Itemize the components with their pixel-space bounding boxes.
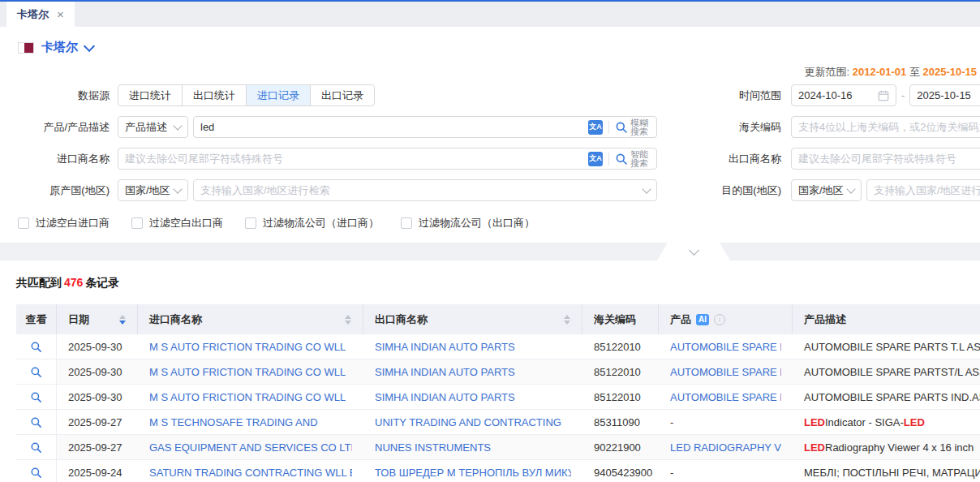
hs-code-cell: 85122010: [582, 334, 659, 359]
importer-link[interactable]: GAS EQUIPMENT AND SERVICES CO LTD: [149, 441, 352, 454]
product-search-input[interactable]: [200, 121, 583, 133]
sort-asc-icon[interactable]: [345, 315, 351, 319]
fuzzy-search-button[interactable]: 模糊搜索: [615, 118, 650, 136]
translate-icon[interactable]: 文A: [588, 120, 603, 135]
update-range-label: 更新范围:: [805, 66, 850, 78]
product-link[interactable]: LED RADIOGRAPHY VI...: [670, 441, 781, 454]
sort-desc-icon[interactable]: [564, 321, 570, 325]
checkbox-label: 过滤物流公司（出口商）: [419, 216, 535, 230]
importer-link[interactable]: M S AUTO FRICTION TRADING CO WLL: [149, 391, 346, 403]
sort-desc-icon[interactable]: [345, 321, 351, 325]
chevron-down-icon: [173, 184, 182, 193]
info-icon[interactable]: i: [714, 314, 725, 325]
product-link[interactable]: AUTOMOBILE SPARE P...: [670, 341, 781, 353]
sort-asc-icon[interactable]: [564, 315, 570, 319]
exporter-link[interactable]: SIMHA INDIAN AUTO PARTS: [375, 341, 515, 353]
importer-cell: M S AUTO FRICTION TRADING CO WLL: [138, 385, 363, 409]
checkbox-label: 过滤空白进口商: [36, 216, 110, 230]
exporter-name-input[interactable]: [791, 148, 980, 170]
importer-link[interactable]: M S TECHNOSAFE TRADING AND: [149, 416, 318, 428]
origin-country-label: 原产国(地区): [0, 183, 118, 198]
filter-checkbox[interactable]: 过滤空白进口商: [18, 216, 110, 230]
checkbox-label: 过滤空白出口商: [149, 216, 223, 230]
tab-qatar[interactable]: 卡塔尔 ×: [6, 2, 75, 27]
exporter-link[interactable]: ТОВ ШРЕДЕР М ТЕРНОПІЛЬ ВУЛ МИКУЛИ...: [375, 467, 571, 479]
origin-country-box: [193, 179, 657, 201]
view-detail-button[interactable]: [16, 385, 57, 409]
importer-cell: GAS EQUIPMENT AND SERVICES CO LTD: [138, 435, 363, 459]
exporter-link[interactable]: UNITY TRADING AND CONTRACTING: [375, 416, 561, 428]
exporter-link[interactable]: SIMHA INDIAN AUTO PARTS: [375, 366, 515, 378]
start-date-input[interactable]: [791, 84, 896, 106]
highlighted-term: LED: [804, 441, 825, 454]
checkbox-icon[interactable]: [18, 217, 29, 229]
translate-icon[interactable]: 文A: [588, 152, 603, 166]
view-detail-button[interactable]: [16, 334, 57, 359]
sort-asc-icon[interactable]: [119, 315, 126, 319]
table-row: 2025-09-27M S TECHNOSAFE TRADING ANDUNIT…: [16, 410, 980, 435]
importer-cell: SATURN TRADING CONTRACTING WLL BUI...: [138, 460, 363, 482]
view-detail-button[interactable]: [16, 359, 57, 384]
smart-search-button[interactable]: 智能搜索: [615, 150, 650, 168]
data-source-option[interactable]: 进口记录: [246, 84, 311, 106]
product-cell: -: [659, 460, 793, 482]
time-range-label: 时间范围: [657, 88, 791, 103]
hs-code-input[interactable]: [791, 116, 980, 138]
importer-link[interactable]: M S AUTO FRICTION TRADING CO WLL: [149, 366, 346, 378]
filter-checkbox[interactable]: 过滤物流公司（进口商）: [245, 216, 379, 230]
view-search-icon: [30, 416, 42, 428]
filter-row-importer: 进口商名称 文A 智能搜索 出口商名称: [0, 148, 980, 170]
checkbox-icon[interactable]: [401, 217, 412, 229]
product-link[interactable]: AUTOMOBILE SPARE P...: [670, 366, 781, 378]
sort-control[interactable]: [564, 315, 570, 325]
view-detail-button[interactable]: [16, 410, 57, 434]
importer-link[interactable]: M S AUTO FRICTION TRADING CO WLL: [149, 341, 346, 353]
exporter-link[interactable]: SIMHA INDIAN AUTO PARTS: [375, 391, 515, 403]
country-dropdown-chevron-icon[interactable]: [84, 41, 95, 52]
column-header[interactable]: 进口商名称: [138, 304, 363, 334]
sort-desc-icon[interactable]: [119, 321, 126, 325]
sort-control[interactable]: [119, 315, 126, 325]
column-header[interactable]: 日期: [57, 304, 138, 334]
data-source-option[interactable]: 进口统计: [118, 84, 183, 106]
view-detail-button[interactable]: [16, 435, 57, 459]
end-date-value[interactable]: [917, 89, 980, 101]
data-source-label: 数据源: [0, 88, 118, 103]
view-search-icon: [30, 467, 42, 479]
filter-checkbox[interactable]: 过滤物流公司（出口商）: [401, 216, 535, 230]
date-cell: 2025-09-24: [57, 460, 138, 482]
origin-country-input[interactable]: [200, 184, 643, 196]
product-type-select[interactable]: 产品描述: [118, 116, 188, 138]
destination-country-input[interactable]: [866, 179, 980, 201]
importer-link[interactable]: SATURN TRADING CONTRACTING WLL BUI...: [149, 467, 352, 479]
filter-checkbox[interactable]: 过滤空白出口商: [131, 216, 223, 230]
collapse-filters-toggle[interactable]: [657, 243, 730, 260]
product-link[interactable]: AUTOMOBILE SPARE P...: [670, 391, 781, 403]
table-row: 2025-09-24SATURN TRADING CONTRACTING WLL…: [16, 460, 980, 482]
data-source-option[interactable]: 出口记录: [310, 84, 375, 106]
checkbox-icon[interactable]: [245, 217, 256, 229]
origin-country-select[interactable]: 国家/地区: [118, 179, 188, 201]
column-header[interactable]: 出口商名称: [363, 304, 582, 334]
tab-close-icon[interactable]: ×: [57, 8, 64, 20]
qatar-flag-icon: [18, 42, 34, 54]
start-date-value[interactable]: [798, 89, 878, 101]
importer-name-input[interactable]: [125, 153, 583, 165]
product-cell: AUTOMOBILE SPARE P...: [659, 334, 793, 359]
view-detail-button[interactable]: [16, 460, 57, 482]
column-label: 出口商名称: [375, 312, 428, 327]
highlighted-term: LED: [804, 416, 825, 428]
exporter-cell: UNITY TRADING AND CONTRACTING: [363, 410, 582, 434]
column-header: 产品AIi: [659, 304, 793, 334]
checkbox-icon[interactable]: [131, 217, 143, 229]
data-source-option[interactable]: 出口统计: [182, 84, 247, 106]
column-label: 产品描述: [804, 312, 846, 327]
page-title[interactable]: 卡塔尔: [41, 40, 78, 55]
destination-country-select[interactable]: 国家/地区: [791, 179, 862, 201]
description-text: AUTOMOBILE SPARE PARTS T.L ASSY ...: [804, 341, 980, 353]
sort-control[interactable]: [345, 315, 351, 325]
search-icon: [615, 153, 628, 166]
end-date-input[interactable]: [909, 84, 980, 106]
exporter-link[interactable]: NUNES INSTRUMENTS: [375, 441, 491, 454]
results-summary: 共匹配到476条记录: [16, 276, 980, 290]
